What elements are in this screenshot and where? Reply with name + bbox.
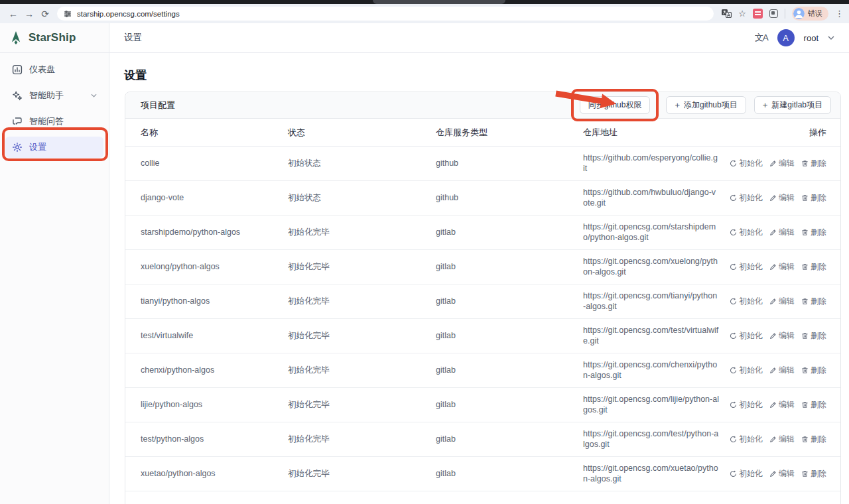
edit-action[interactable]: 编辑 <box>769 365 795 376</box>
address-bar[interactable]: starship.opencsg.com/settings <box>57 7 714 21</box>
extensions-icon[interactable] <box>769 9 778 18</box>
delete-action[interactable]: 删除 <box>801 365 826 376</box>
repo-status: 初始化完毕 <box>288 469 436 479</box>
starship-logo-icon <box>9 31 23 45</box>
repo-name: tianyi/python-algos <box>141 296 288 307</box>
table-body: collie 初始状态 github https://github.com/es… <box>125 147 840 491</box>
init-action[interactable]: 初始化 <box>730 227 763 238</box>
bookmark-star-icon[interactable]: ☆ <box>738 9 746 19</box>
forward-button[interactable]: → <box>21 6 37 22</box>
new-gitlab-project-button[interactable]: + 新建gitlab项目 <box>754 96 831 114</box>
refresh-icon <box>730 436 737 443</box>
trash-icon <box>801 332 809 340</box>
refresh-icon <box>730 263 737 271</box>
sidebar-item-assistant[interactable]: 智能助手 <box>5 85 103 106</box>
edit-action[interactable]: 编辑 <box>769 434 795 445</box>
reload-button[interactable]: ⟳ <box>37 6 53 22</box>
repo-name: test/python-algos <box>141 434 288 445</box>
pencil-icon <box>769 470 777 477</box>
delete-action[interactable]: 删除 <box>801 296 826 307</box>
repo-url: https://git.opencsg.com/test/python-algo… <box>583 429 719 450</box>
delete-action[interactable]: 删除 <box>801 193 826 204</box>
profile-chip[interactable]: 错误 <box>792 7 828 21</box>
delete-action[interactable]: 删除 <box>801 262 826 273</box>
sidebar-item-qa[interactable]: 智能问答 <box>5 111 103 132</box>
repo-status: 初始化完毕 <box>288 296 436 307</box>
repo-type: gitlab <box>436 331 583 342</box>
sidebar-item-label: 仪表盘 <box>29 64 55 76</box>
translate-icon[interactable] <box>722 9 732 18</box>
edit-action[interactable]: 编辑 <box>769 400 795 410</box>
edit-action[interactable]: 编辑 <box>769 296 795 307</box>
repo-status: 初始状态 <box>288 158 436 169</box>
edit-action[interactable]: 编辑 <box>769 158 795 169</box>
repo-status: 初始状态 <box>288 193 436 204</box>
refresh-icon <box>730 229 737 236</box>
trash-icon <box>801 436 809 443</box>
delete-action[interactable]: 删除 <box>801 400 826 410</box>
row-actions: 初始化 编辑 删除 <box>722 158 826 169</box>
logo[interactable]: StarShip <box>0 23 109 53</box>
language-switch-icon[interactable]: 文A <box>755 32 768 44</box>
init-action[interactable]: 初始化 <box>730 193 763 204</box>
init-action[interactable]: 初始化 <box>730 331 763 342</box>
browser-toolbar: ← → ⟳ starship.opencsg.com/settings ☆ <box>0 4 849 23</box>
profile-avatar-icon <box>793 8 805 19</box>
pencil-icon <box>769 263 777 271</box>
delete-action[interactable]: 删除 <box>801 434 826 445</box>
card-title: 项目配置 <box>141 99 175 111</box>
init-action[interactable]: 初始化 <box>730 158 763 169</box>
repo-type: gitlab <box>436 400 583 410</box>
edit-action[interactable]: 编辑 <box>769 262 795 273</box>
plus-icon: + <box>675 100 680 110</box>
repo-type: gitlab <box>436 434 583 445</box>
sidebar-item-label: 智能问答 <box>29 115 64 127</box>
repo-status: 初始化完毕 <box>288 227 436 238</box>
table-row: test/virtualwife 初始化完毕 gitlab https://gi… <box>125 319 840 353</box>
gear-icon <box>12 142 23 153</box>
sync-github-permission-button[interactable]: 同步github权限 <box>580 96 651 114</box>
sidebar-item-dashboard[interactable]: 仪表盘 <box>5 59 103 80</box>
pencil-icon <box>769 367 777 374</box>
delete-action[interactable]: 删除 <box>801 469 826 479</box>
init-action[interactable]: 初始化 <box>730 434 763 445</box>
init-action[interactable]: 初始化 <box>730 296 763 307</box>
edit-action[interactable]: 编辑 <box>769 193 795 204</box>
delete-action[interactable]: 删除 <box>801 331 826 342</box>
edit-action[interactable]: 编辑 <box>769 331 795 342</box>
edit-action[interactable]: 编辑 <box>769 227 795 238</box>
table-row: tianyi/python-algos 初始化完毕 gitlab https:/… <box>125 284 840 319</box>
edit-action[interactable]: 编辑 <box>769 469 795 479</box>
sparkles-icon <box>12 90 23 101</box>
kebab-menu-icon[interactable]: ⋮ <box>835 9 844 19</box>
repo-name: collie <box>141 158 288 169</box>
init-action[interactable]: 初始化 <box>730 262 763 273</box>
chevron-down-icon[interactable] <box>91 94 97 97</box>
user-name: root <box>804 33 818 43</box>
repo-status: 初始化完毕 <box>288 365 436 376</box>
url-text[interactable]: starship.opencsg.com/settings <box>77 10 180 18</box>
add-github-project-button[interactable]: + 添加github项目 <box>666 96 746 114</box>
extension-icon-pink[interactable] <box>753 9 763 19</box>
column-header-repo-url: 仓库地址 <box>583 127 722 139</box>
repo-url: https://github.com/hwbuluo/django-vote.g… <box>583 188 719 208</box>
delete-action[interactable]: 删除 <box>801 158 826 169</box>
delete-action[interactable]: 删除 <box>801 227 826 238</box>
table-header: 名称 状态 仓库服务类型 仓库地址 操作 <box>125 119 840 147</box>
repo-status: 初始化完毕 <box>288 262 436 273</box>
init-action[interactable]: 初始化 <box>730 365 763 376</box>
trash-icon <box>801 367 809 374</box>
user-avatar[interactable]: A <box>777 29 795 46</box>
chevron-down-icon[interactable] <box>828 36 834 40</box>
refresh-icon <box>730 194 737 202</box>
row-actions: 初始化 编辑 删除 <box>722 434 826 445</box>
back-button[interactable]: ← <box>5 6 21 22</box>
init-action[interactable]: 初始化 <box>730 400 763 410</box>
init-action[interactable]: 初始化 <box>730 469 763 479</box>
site-settings-icon[interactable] <box>64 10 72 18</box>
repo-url: https://git.opencsg.com/xuetao/python-al… <box>583 464 719 484</box>
pencil-icon <box>769 332 777 340</box>
sidebar-item-settings[interactable]: 设置 <box>5 137 103 158</box>
refresh-icon <box>730 298 737 305</box>
logo-text: StarShip <box>29 31 76 44</box>
